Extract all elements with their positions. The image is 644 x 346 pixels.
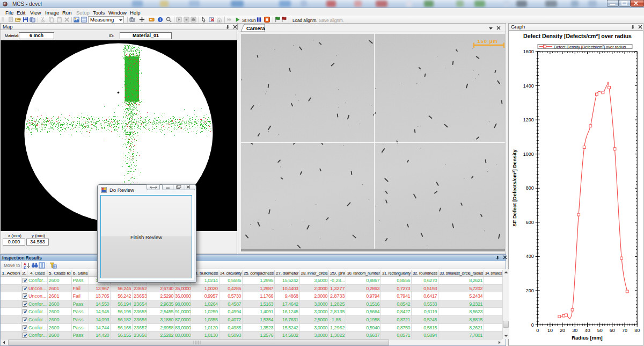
svg-text:60: 60: [610, 328, 615, 333]
svg-text:30. random_number: 30. random_number: [347, 271, 380, 276]
svg-text:2.: 2.: [22, 271, 26, 276]
svg-text:34. smalles: 34. smalles: [485, 271, 502, 276]
svg-text:1200: 1200: [523, 117, 534, 122]
svg-text:10: 10: [547, 328, 553, 333]
svg-text:0: 0: [536, 328, 539, 333]
svg-text:24. circularity: 24. circularity: [220, 271, 241, 276]
svg-text:28. inner_circle: 28. inner_circle: [301, 271, 328, 276]
svg-text:SF Defect [Defects/cm²] Densit: SF Defect [Defects/cm²] Density: [511, 149, 517, 226]
svg-text:1600: 1600: [523, 49, 534, 54]
svg-text:30: 30: [572, 328, 577, 333]
svg-text:400: 400: [526, 254, 534, 259]
svg-text:40: 40: [584, 328, 590, 333]
svg-text:20: 20: [560, 328, 565, 333]
svg-text:200: 200: [526, 288, 534, 293]
svg-text:Defect Density [Defects/cm²] o: Defect Density [Defects/cm²] over radius: [523, 33, 632, 39]
svg-text:Z: Z: [24, 265, 26, 269]
svg-text:33. smallest_circle_radius: 33. smallest_circle_radius: [440, 271, 483, 276]
svg-text:1400: 1400: [523, 83, 534, 89]
svg-text:1. Action: 1. Action: [2, 271, 20, 276]
svg-text:600: 600: [526, 220, 534, 225]
svg-text:5. Class Id: 5. Class Id: [49, 271, 71, 276]
svg-text:150 µm: 150 µm: [477, 38, 497, 44]
svg-text:1000: 1000: [523, 152, 534, 157]
svg-text:4. Class: 4. Class: [30, 271, 45, 276]
svg-text:32. roundness: 32. roundness: [413, 271, 437, 276]
svg-text:29. phi: 29. phi: [330, 271, 346, 276]
svg-text:27. diameter: 27. diameter: [276, 271, 299, 276]
svg-text:6. State: 6. State: [73, 271, 89, 276]
svg-text:800: 800: [526, 185, 534, 191]
svg-text:0: 0: [531, 322, 534, 328]
svg-text:70: 70: [622, 328, 627, 333]
svg-text:Defect Density [Defects/cm²] o: Defect Density [Defects/cm²] over radius: [554, 45, 626, 49]
svg-text:Radius [mm]: Radius [mm]: [572, 335, 603, 341]
svg-text:50: 50: [597, 328, 603, 333]
svg-text:31. rectangularity: 31. rectangularity: [382, 271, 411, 276]
svg-text:80: 80: [634, 328, 640, 333]
svg-text:25. compactness: 25. compactness: [244, 271, 274, 276]
